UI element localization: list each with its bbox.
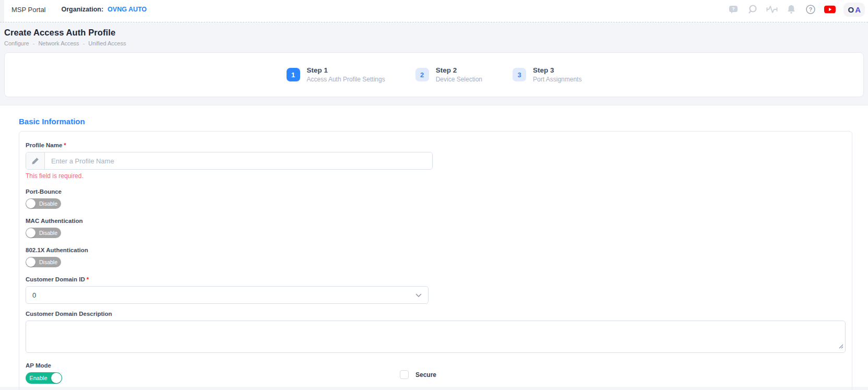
basic-information-panel: Profile Name* This field is required. Po… [19,131,852,390]
step-1-title: Step 1 [307,66,385,74]
profile-name-input-group [26,152,433,170]
step-2-text: Step 2 Device Selection [436,66,482,83]
step-2-badge: 2 [415,68,429,81]
dot1x-authentication-label: 802.1X Authentication [26,247,846,253]
notifications-bell-icon[interactable] [786,4,797,15]
toggle-knob [26,228,35,238]
top-bar: MSP Portal Organization: OVNG AUTO ? ? O… [0,0,868,22]
step-3-text: Step 3 Port Assignments [533,66,581,83]
breadcrumb-separator: - [33,40,35,46]
app-title[interactable]: MSP Portal [11,6,46,14]
step-1-subtitle: Access Auth Profile Settings [307,76,385,83]
youtube-icon[interactable] [824,4,836,15]
ap-mode-row: Enable Secure [26,369,846,384]
toggle-knob [51,373,62,383]
svg-text:?: ? [732,6,735,11]
required-asterisk: * [64,142,66,148]
toggle-knob [26,257,35,267]
breadcrumb-item-unified-access[interactable]: Unified Access [88,40,126,46]
profile-name-label: Profile Name* [26,142,846,148]
profile-name-input[interactable] [45,152,432,169]
ap-mode-toggle[interactable]: Enable [26,372,62,384]
customer-domain-description-label: Customer Domain Description [26,311,846,317]
step-1-text: Step 1 Access Auth Profile Settings [307,66,385,83]
top-bar-actions: ? ? O A [728,3,865,17]
customer-domain-id-label: Customer Domain ID* [26,276,846,282]
step-2[interactable]: 2 Step 2 Device Selection [415,66,482,83]
mac-authentication-label: MAC Authentication [26,218,846,224]
customer-domain-description-textarea[interactable] [26,321,846,353]
step-3-badge: 3 [513,68,526,81]
secure-checkbox[interactable] [400,370,409,379]
secure-group: Secure [400,370,436,379]
help-icon[interactable]: ? [805,4,816,15]
feedback-bubble-icon[interactable]: ? [728,4,739,15]
mac-authentication-toggle[interactable]: Disable [26,228,61,238]
step-3-title: Step 3 [533,66,581,74]
health-pulse-icon[interactable] [766,4,778,15]
resize-handle-icon[interactable] [838,341,843,351]
port-bounce-label: Port-Bounce [26,188,846,195]
step-2-title: Step 2 [436,66,482,74]
breadcrumb-item-configure[interactable]: Configure [4,40,29,46]
step-1[interactable]: 1 Step 1 Access Auth Profile Settings [287,66,385,83]
main-content: Basic Information Profile Name* This fie… [0,105,868,387]
avatar[interactable]: O A [843,3,865,17]
dot1x-authentication-toggle[interactable]: Disable [26,257,61,267]
page-title: Create Access Auth Profile [4,28,868,38]
avatar-initial-secondary: A [855,5,861,14]
breadcrumb: Configure - Network Access - Unified Acc… [4,40,868,46]
secure-label: Secure [415,371,436,379]
required-asterisk: * [87,276,89,282]
page-header: Create Access Auth Profile Configure - N… [0,22,868,46]
toggle-state-label: Disable [35,259,61,265]
step-3[interactable]: 3 Step 3 Port Assignments [513,66,581,83]
organization-label: Organization: [62,6,104,13]
breadcrumb-item-network-access[interactable]: Network Access [38,40,79,46]
breadcrumb-separator: - [83,40,85,46]
customer-domain-id-select[interactable]: 0 [26,286,429,304]
step-2-subtitle: Device Selection [436,76,482,83]
organization-value[interactable]: OVNG AUTO [108,6,147,13]
svg-text:?: ? [809,6,813,13]
chevron-down-icon [415,290,422,300]
step-1-badge: 1 [287,68,300,81]
profile-name-error: This field is required. [26,172,846,180]
step-3-subtitle: Port Assignments [533,76,581,83]
port-bounce-toggle[interactable]: Disable [26,198,61,209]
pencil-icon [26,152,45,169]
section-title: Basic Information [19,117,852,126]
avatar-initial-primary: O [848,5,854,14]
toggle-knob [26,199,35,208]
toggle-state-label: Disable [35,200,61,207]
top-bar-left: MSP Portal Organization: OVNG AUTO [11,6,147,14]
customer-domain-id-value: 0 [32,291,36,299]
search-icon[interactable] [747,4,758,15]
toggle-state-label: Disable [35,230,61,236]
toggle-state-label: Enable [26,375,51,381]
ap-mode-label: AP Mode [26,362,846,369]
wizard-stepper: 1 Step 1 Access Auth Profile Settings 2 … [4,52,864,97]
